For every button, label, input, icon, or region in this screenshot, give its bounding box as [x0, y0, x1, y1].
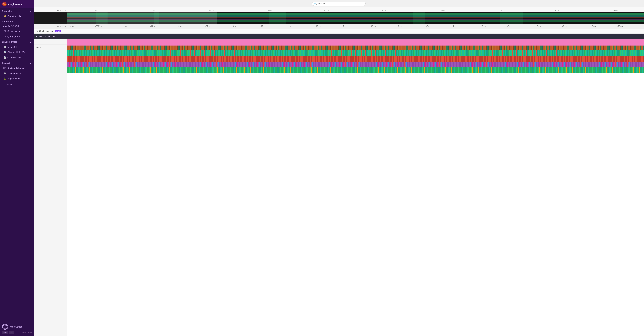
svg-point-3: [3, 3, 4, 4]
detail-ruler: -100 ns + 0 s +100 ns +500.1 us +1 ms +1…: [34, 24, 644, 29]
open-trace-label: Open trace file: [8, 15, 22, 17]
svg-rect-86: [67, 62, 644, 67]
folder-icon: 📁: [3, 15, 6, 17]
jane-street-text: Jane Street: [10, 326, 22, 328]
wsm-badge: WSM: [2, 331, 8, 334]
svg-rect-14: [269, 12, 286, 24]
metric-badge: metric: [55, 30, 61, 32]
documentation-label: Documentation: [8, 72, 22, 75]
clock-row: ✕ Clock Snapshots metric: [34, 29, 644, 33]
docs-icon: 📖: [3, 72, 6, 75]
flame-label-row-3: [34, 50, 67, 56]
keyboard-shortcuts-label: Keyboard shortcuts: [8, 67, 26, 69]
jane-street-logo: Jane Street: [2, 324, 32, 330]
top-ruler: -100 ns + 0 s 0 s 1 ms 2.1 ms 3.1 ms 4.1…: [34, 7, 644, 12]
flame-area: main 2: [34, 39, 644, 336]
about-label: About: [8, 83, 13, 85]
clock-marker-1: [76, 29, 76, 33]
svg-rect-84: [67, 50, 644, 56]
app-logo-icon: [2, 2, 7, 6]
clock-label-area: ✕ Clock Snapshots metric: [34, 30, 67, 32]
sidebar-footer: Jane Street WSM CW v25.0-8a2a0: [0, 322, 34, 336]
sidebar-header: magic-trace ☰: [0, 0, 34, 8]
svg-rect-16: [500, 12, 523, 24]
sidebar-item-keyboard-shortcuts[interactable]: ⌨ Keyboard shortcuts: [1, 65, 33, 70]
main-thread-label: main 2: [35, 46, 41, 49]
flame-label-row-1: [34, 39, 67, 44]
overview-label-area: [34, 12, 67, 24]
support-label: Support: [2, 62, 10, 64]
thread-group-header[interactable]: ▼ 129173/1291731: [34, 33, 644, 39]
sidebar-item-c-demo[interactable]: 📄 C - Demo: [1, 44, 33, 49]
bug-icon: 🐛: [3, 77, 6, 80]
sidebar-item-ocaml-hello[interactable]: 📄 OCaml - Hello World: [1, 50, 33, 55]
c-hello-label: C - Hello World: [8, 56, 22, 59]
cw-badge: CW: [9, 331, 14, 334]
sidebar-item-c-hello[interactable]: 📄 C - Hello World: [1, 55, 33, 60]
sidebar-item-report-bug[interactable]: 🐛 Report a bug: [1, 76, 33, 81]
search-container: 🔍: [312, 1, 366, 6]
footer-badges-row: WSM CW v25.0-8a2a0: [2, 331, 32, 334]
file-icon-ocaml: 📄: [3, 51, 6, 53]
version-text: v25.0-8a2a0: [22, 332, 32, 334]
overview-area[interactable]: [34, 12, 644, 24]
timeline-container: -100 ns + 0 s 0 s 1 ms 2.1 ms 3.1 ms 4.1…: [34, 7, 644, 336]
svg-point-4: [3, 325, 7, 329]
keyboard-icon: ⌨: [3, 66, 6, 69]
svg-rect-87: [67, 67, 644, 73]
detail-ruler-label-area: -100 ns + 0 s: [34, 25, 67, 27]
jane-street-circle-icon: [2, 324, 8, 330]
navigation-label: Navigation: [2, 10, 12, 12]
trace-filename: trace.fxt (52 MB): [0, 24, 34, 28]
query-sql-label: Query (SQL): [8, 35, 20, 38]
flame-chart-canvas[interactable]: [67, 39, 644, 336]
clock-close-button[interactable]: ✕: [36, 30, 38, 32]
clock-track[interactable]: [67, 29, 644, 33]
c-demo-label: C - Demo: [8, 45, 17, 48]
sidebar-item-open-trace[interactable]: 📁 Open trace file: [1, 13, 33, 18]
search-input[interactable]: [318, 2, 364, 5]
current-trace-section-header[interactable]: Current Trace ▲: [0, 19, 34, 24]
detail-ruler-start-label: -100 ns +: [56, 25, 63, 27]
flame-label-row-2: main 2: [34, 44, 67, 50]
file-icon-c-demo: 📄: [3, 45, 6, 48]
ocaml-hello-label: OCaml - Hello World: [8, 51, 27, 53]
show-timeline-label: Show timeline: [8, 30, 21, 32]
app-title: magic-trace: [8, 3, 22, 6]
detail-ruler-marks: +100 ns +500.1 us +1 ms +1.5 ms +2 ms +2…: [67, 25, 644, 28]
support-chevron: ▲: [30, 62, 32, 64]
app-logo: magic-trace: [2, 2, 22, 6]
flame-label-row-5: [34, 62, 67, 67]
sidebar-item-show-timeline[interactable]: ⊞ Show timeline: [1, 28, 33, 33]
report-bug-label: Report a bug: [8, 77, 20, 80]
query-icon: ⊙: [3, 35, 6, 38]
flame-labels-panel: main 2: [34, 39, 67, 336]
svg-rect-85: [67, 56, 644, 62]
hamburger-icon[interactable]: ☰: [29, 2, 32, 6]
top-ruler-marks: 0 s 1 ms 2.1 ms 3.1 ms 4.1 ms 5.2 ms 6.2…: [67, 10, 644, 11]
sidebar-item-query-sql[interactable]: ⊙ Query (SQL): [1, 34, 33, 39]
thread-group-label: 129173/1291731: [39, 35, 55, 37]
overview-track[interactable]: [67, 12, 644, 24]
overview-selection: [67, 12, 217, 24]
timeline-icon: ⊞: [3, 30, 6, 32]
example-traces-section-header[interactable]: Example Traces ▲: [0, 39, 34, 44]
sidebar-item-documentation[interactable]: 📖 Documentation: [1, 71, 33, 76]
svg-point-6: [5, 327, 5, 327]
sidebar: magic-trace ☰ Navigation ▲ 📁 Open trace …: [0, 0, 34, 336]
info-icon: ℹ: [3, 83, 6, 85]
navigation-section-header[interactable]: Navigation ▲: [0, 8, 34, 13]
svg-rect-15: [413, 12, 425, 24]
overview-ruler-start: -100 ns +: [56, 10, 63, 11]
current-trace-chevron: ▲: [30, 21, 32, 23]
svg-point-5: [4, 326, 6, 328]
flame-chart-svg: [67, 39, 644, 336]
detail-ruler-end-label: 0 s: [64, 25, 66, 27]
support-section-header[interactable]: Support ▲: [0, 60, 34, 65]
search-icon: 🔍: [314, 2, 317, 5]
main-content-area: 🔍 -100 ns + 0 s 0 s 1 ms 2.1 ms 3.1 ms 4…: [34, 0, 644, 336]
top-bar: 🔍: [34, 0, 644, 7]
flame-label-row-4: [34, 56, 67, 62]
example-traces-label: Example Traces: [2, 41, 17, 43]
sidebar-item-about[interactable]: ℹ About: [1, 81, 33, 86]
